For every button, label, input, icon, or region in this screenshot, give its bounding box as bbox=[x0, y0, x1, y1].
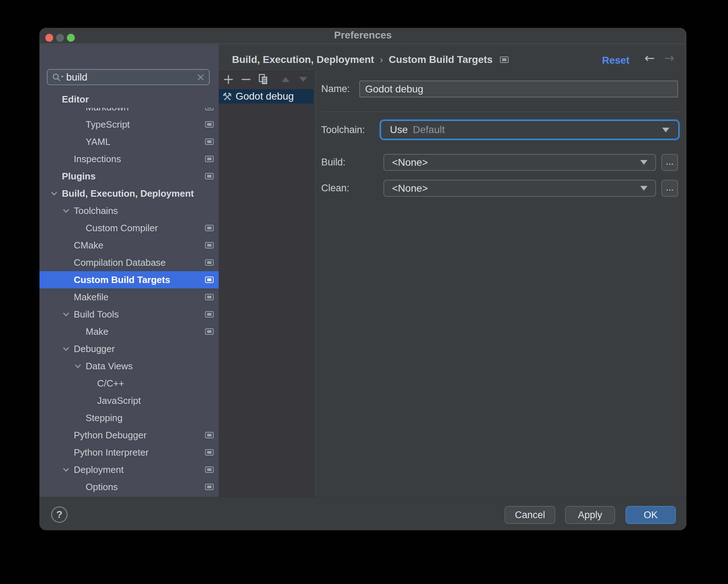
project-level-icon bbox=[205, 484, 214, 490]
project-level-icon bbox=[205, 173, 214, 179]
sidebar-item-label: Stepping bbox=[86, 412, 123, 424]
toolchain-selected-prefix: Use bbox=[390, 124, 408, 136]
sidebar-item-build-execution-deployment[interactable]: Build, Execution, Deployment bbox=[40, 185, 219, 202]
breadcrumb-separator-icon: › bbox=[380, 54, 383, 65]
sidebar-item-label: Python Debugger bbox=[74, 430, 146, 441]
preferences-window: Preferences bbox=[40, 28, 686, 530]
sidebar-item-makefile[interactable]: Makefile bbox=[40, 288, 219, 306]
sidebar-item-plugins[interactable]: Plugins bbox=[40, 168, 219, 185]
cancel-button[interactable]: Cancel bbox=[505, 506, 555, 524]
chevron-expanded-icon bbox=[51, 192, 57, 196]
forward-arrow-icon[interactable]: → bbox=[664, 52, 675, 64]
sidebar-item-javascript[interactable]: JavaScript bbox=[40, 392, 219, 409]
sidebar-item-stepping[interactable]: Stepping bbox=[40, 409, 219, 426]
build-targets-toolbar bbox=[219, 71, 314, 88]
apply-button[interactable]: Apply bbox=[565, 506, 615, 524]
name-field[interactable] bbox=[359, 81, 678, 97]
copy-target-button[interactable] bbox=[258, 74, 269, 85]
sidebar-item-label: Debugger bbox=[74, 343, 115, 355]
sidebar-item-label: Data Views bbox=[86, 361, 133, 372]
back-arrow-icon[interactable]: ← bbox=[645, 52, 655, 64]
chevron-down-icon bbox=[640, 160, 647, 165]
settings-sidebar: EditorMarkdownTypeScriptYAMLInspectionsP… bbox=[40, 44, 219, 497]
toolchain-label: Toolchain: bbox=[321, 121, 365, 138]
project-level-icon bbox=[205, 328, 214, 335]
clear-search-icon[interactable] bbox=[197, 73, 205, 81]
clean-select[interactable]: <None> bbox=[383, 180, 656, 197]
toolchain-selected-value: Default bbox=[413, 124, 445, 136]
chevron-expanded-icon bbox=[63, 347, 69, 351]
dialog-footer: ? Cancel Apply OK bbox=[40, 497, 686, 530]
sidebar-item-build-tools[interactable]: Build Tools bbox=[40, 306, 219, 323]
search-icon bbox=[52, 73, 64, 82]
window-title: Preferences bbox=[40, 28, 686, 44]
project-level-icon bbox=[205, 294, 214, 300]
custom-build-target-form: Name: Toolchain: Use Default Build: <Non… bbox=[314, 71, 686, 497]
settings-search-box[interactable] bbox=[47, 69, 210, 85]
sidebar-item-data-views[interactable]: Data Views bbox=[40, 357, 219, 375]
add-target-button[interactable] bbox=[223, 74, 234, 85]
build-targets-panel: ⚒ Godot debug bbox=[219, 71, 314, 497]
project-level-icon bbox=[205, 466, 214, 473]
sidebar-item-compilation-database[interactable]: Compilation Database bbox=[40, 254, 219, 271]
sidebar-item-debugger[interactable]: Debugger bbox=[40, 340, 219, 357]
form-separator bbox=[321, 111, 679, 112]
screen: Preferences bbox=[0, 0, 728, 584]
project-level-icon bbox=[205, 432, 214, 438]
breadcrumb-current: Custom Build Targets bbox=[389, 54, 493, 65]
search-input[interactable] bbox=[64, 72, 197, 83]
toolchain-select[interactable]: Use Default bbox=[381, 121, 678, 138]
sidebar-item-custom-compiler[interactable]: Custom Compiler bbox=[40, 219, 219, 237]
chevron-expanded-icon bbox=[75, 364, 81, 368]
help-button[interactable]: ? bbox=[51, 506, 68, 523]
breadcrumb-parent[interactable]: Build, Execution, Deployment bbox=[232, 54, 374, 65]
project-level-icon bbox=[205, 225, 214, 231]
sidebar-item-label: YAML bbox=[86, 136, 110, 147]
sidebar-item-deployment[interactable]: Deployment bbox=[40, 461, 219, 478]
reset-link[interactable]: Reset bbox=[602, 55, 629, 66]
build-selected-value: <None> bbox=[392, 157, 428, 168]
sidebar-item-cmake[interactable]: CMake bbox=[40, 237, 219, 254]
sidebar-item-options[interactable]: Options bbox=[40, 478, 219, 496]
sidebar-item-toolchains[interactable]: Toolchains bbox=[40, 202, 219, 219]
build-target-item[interactable]: ⚒ Godot debug bbox=[219, 89, 314, 104]
sidebar-item-label: Options bbox=[86, 482, 118, 493]
sidebar-item-label: Custom Build Targets bbox=[74, 274, 170, 286]
build-browse-button[interactable]: ... bbox=[661, 154, 678, 171]
build-target-label: Godot debug bbox=[236, 91, 294, 102]
sidebar-item-python-debugger[interactable]: Python Debugger bbox=[40, 426, 219, 444]
project-level-icon bbox=[205, 449, 214, 456]
sidebar-item-c-c++[interactable]: C/C++ bbox=[40, 375, 219, 392]
build-label: Build: bbox=[321, 154, 346, 171]
ok-button[interactable]: OK bbox=[625, 506, 676, 524]
sidebar-item-custom-build-targets[interactable]: Custom Build Targets bbox=[40, 271, 219, 288]
sidebar-item-label: TypeScript bbox=[86, 119, 130, 130]
breadcrumb: Build, Execution, Deployment › Custom Bu… bbox=[232, 54, 509, 65]
chevron-down-icon bbox=[662, 128, 669, 132]
clean-browse-button[interactable]: ... bbox=[661, 180, 678, 197]
settings-header: Build, Execution, Deployment › Custom Bu… bbox=[219, 44, 686, 71]
clean-label: Clean: bbox=[321, 180, 349, 197]
sidebar-item-label: Make bbox=[86, 326, 109, 337]
name-label: Name: bbox=[321, 81, 350, 97]
sidebar-item-label: Custom Compiler bbox=[86, 223, 158, 234]
sidebar-item-label: JavaScript bbox=[97, 395, 141, 406]
sidebar-item-python-interpreter[interactable]: Python Interpreter bbox=[40, 444, 219, 461]
sidebar-item-inspections[interactable]: Inspections bbox=[40, 150, 219, 168]
sidebar-item-label: Editor bbox=[62, 94, 89, 105]
sidebar-item-typescript[interactable]: TypeScript bbox=[40, 116, 219, 133]
sidebar-item-label: CMake bbox=[74, 240, 103, 251]
project-level-icon bbox=[205, 311, 214, 318]
sidebar-item-label: Toolchains bbox=[74, 205, 118, 216]
project-level-icon bbox=[205, 121, 214, 128]
chevron-expanded-icon bbox=[63, 312, 69, 316]
project-level-icon bbox=[205, 277, 214, 283]
sidebar-item-yaml[interactable]: YAML bbox=[40, 133, 219, 150]
move-up-button[interactable] bbox=[280, 74, 291, 85]
sidebar-item-make[interactable]: Make bbox=[40, 323, 219, 340]
chevron-expanded-icon bbox=[63, 468, 69, 472]
move-down-button[interactable] bbox=[298, 74, 309, 85]
sidebar-item-editor[interactable]: Editor bbox=[40, 91, 219, 108]
remove-target-button[interactable] bbox=[241, 74, 251, 85]
build-select[interactable]: <None> bbox=[383, 154, 656, 171]
